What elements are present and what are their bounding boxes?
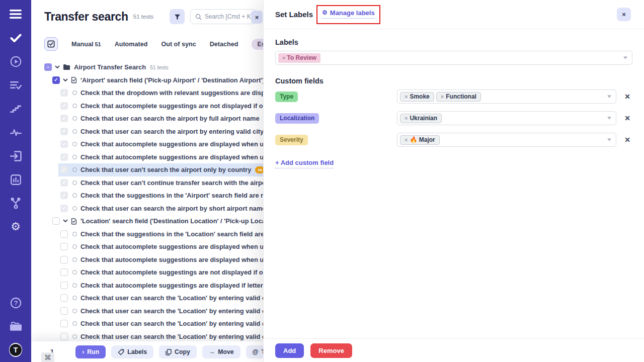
test-case-row[interactable]: ✓Check that autocomplete suggestings are…	[31, 100, 263, 113]
test-case-row[interactable]: ✓Check that user can search the airport …	[31, 125, 263, 138]
row-checkbox[interactable]	[52, 217, 60, 225]
status-circle-icon	[72, 104, 77, 108]
row-checkbox[interactable]: ✓	[60, 153, 68, 161]
custom-fields-list: Type×Smoke×Functional✕Localization×Ukrai…	[275, 89, 632, 147]
move-button[interactable]: →Move	[202, 345, 240, 358]
test-case-row[interactable]: Check that user can search the 'Location…	[31, 305, 263, 318]
help-icon[interactable]: ?	[9, 297, 22, 309]
filter-button[interactable]	[170, 9, 185, 24]
clear-search-button[interactable]: ×	[251, 11, 263, 24]
test-case-row[interactable]: ✓Check that user can search the airport …	[31, 202, 263, 215]
row-checkbox[interactable]: ✓	[60, 128, 68, 135]
run-button[interactable]: ›Run	[75, 345, 106, 358]
tab-automated[interactable]: Automated	[115, 41, 148, 48]
close-panel-button[interactable]: ×	[617, 8, 631, 21]
test-case-row[interactable]: ✓Check that user can't search the airpor…	[31, 163, 263, 176]
row-checkbox[interactable]	[60, 307, 68, 315]
row-checkbox[interactable]	[60, 268, 68, 276]
test-case-row[interactable]: ✓Check that autocomplete suggestions are…	[31, 138, 263, 151]
labels-button[interactable]: Labels	[111, 345, 153, 358]
import-icon[interactable]	[9, 150, 22, 162]
add-custom-field-link[interactable]: + Add custom field	[275, 159, 334, 168]
projects-icon[interactable]	[9, 320, 22, 332]
row-checkbox[interactable]: ✓	[60, 115, 68, 122]
row-checkbox[interactable]: ✓	[60, 89, 68, 97]
add-button[interactable]: Add	[275, 343, 304, 358]
activity-icon[interactable]	[9, 126, 22, 138]
avatar: T	[9, 343, 22, 357]
remove-field-button[interactable]: ✕	[623, 114, 632, 122]
test-plans-icon[interactable]	[9, 79, 22, 91]
search-input[interactable]	[205, 13, 255, 20]
reports-icon[interactable]	[9, 173, 22, 186]
folder-row[interactable]: –Airport Transfer Search51 tests	[31, 61, 263, 74]
test-case-row[interactable]: ✓Check that user can search the airport …	[31, 112, 263, 125]
field-value-tag[interactable]: ×Ukrainian	[400, 114, 442, 123]
chevron-down-icon[interactable]	[63, 219, 68, 223]
row-checkbox[interactable]	[60, 294, 68, 302]
field-value-select[interactable]: ×🔥 Major	[397, 133, 616, 147]
test-case-row[interactable]: ✓Check that the dropdown with relevant s…	[31, 86, 263, 100]
field-value-tag[interactable]: ×🔥 Major	[400, 135, 440, 145]
remove-field-button[interactable]: ✕	[623, 93, 632, 101]
chevron-down-icon[interactable]	[63, 78, 68, 82]
test-case-row[interactable]: Check that the suggestions in the 'Locat…	[31, 228, 263, 241]
tab-manual[interactable]: Manual51	[71, 41, 101, 48]
select-all-checkbox[interactable]	[44, 37, 58, 51]
search-icon	[195, 14, 202, 20]
tab-detached[interactable]: Detached	[210, 41, 238, 48]
manage-labels-link[interactable]: ⚙ Manage labels	[322, 9, 375, 19]
settings-icon[interactable]: ⚙	[9, 221, 22, 233]
test-case-row[interactable]: Check that autocomplete suggestings are …	[31, 279, 263, 292]
test-case-row[interactable]: Check that user can search the 'Location…	[31, 317, 263, 330]
tags-button[interactable]: @Tags	[246, 345, 263, 358]
row-checkbox[interactable]	[60, 282, 68, 289]
suite-row[interactable]: ✓'Airport' search field ('Pick-up Airpor…	[31, 74, 263, 87]
chevron-down-icon[interactable]	[55, 65, 60, 69]
test-case-row[interactable]: Check that autocomplete suggestions are …	[31, 253, 263, 266]
test-case-row[interactable]: ✓Check that the suggestions in the 'Airp…	[31, 189, 263, 202]
copy-button[interactable]: Copy	[159, 345, 197, 358]
row-checkbox[interactable]: –	[44, 63, 52, 71]
test-case-row[interactable]: ✓Check that user can't continue transfer…	[31, 176, 263, 190]
row-title: Check that the suggestions in the 'Airpo…	[80, 192, 263, 199]
test-case-row[interactable]: Check that autocomplete suggestings are …	[31, 266, 263, 279]
row-checkbox[interactable]	[60, 230, 68, 238]
status-circle-icon	[72, 309, 77, 313]
field-value-select[interactable]: ×Smoke×Functional	[397, 89, 616, 104]
tab-estimate[interactable]: Estimate	[252, 39, 263, 50]
integrations-icon[interactable]	[9, 197, 22, 209]
row-checkbox[interactable]	[60, 256, 68, 263]
suite-row[interactable]: 'Location' search field ('Destination Lo…	[31, 215, 263, 228]
row-checkbox[interactable]: ✓	[60, 140, 68, 148]
row-checkbox[interactable]: ✓	[60, 192, 68, 199]
row-checkbox[interactable]: ✓	[60, 166, 68, 173]
test-case-row[interactable]: ✓Check that autocomplete suggestions are…	[31, 151, 263, 164]
row-checkbox[interactable]: ✓	[52, 76, 60, 84]
status-circle-icon	[72, 90, 77, 95]
row-title: Check that the dropdown with relevant su…	[80, 89, 263, 97]
remove-field-button[interactable]: ✕	[623, 136, 632, 144]
remove-button[interactable]: Remove	[310, 343, 352, 358]
row-checkbox[interactable]: ✓	[60, 205, 68, 212]
field-value-tag[interactable]: ×Functional	[436, 92, 481, 102]
test-runs-icon[interactable]	[9, 55, 22, 67]
test-case-row[interactable]: Check that autocomplete suggestions are …	[31, 240, 263, 253]
search-box[interactable]	[190, 9, 257, 24]
row-checkbox[interactable]: ✓	[60, 179, 68, 187]
field-value-tag[interactable]: ×Smoke	[400, 92, 434, 102]
row-checkbox[interactable]	[60, 333, 68, 340]
row-checkbox[interactable]	[60, 320, 68, 327]
row-checkbox[interactable]: ✓	[60, 102, 68, 110]
tests-icon[interactable]	[9, 32, 22, 44]
tab-out-of-sync[interactable]: Out of sync	[161, 41, 196, 48]
app-root: ⚙?T Transfer search 51 tests ×	[0, 0, 644, 362]
menu-icon[interactable]	[9, 8, 22, 20]
label-tag[interactable]: To Review	[278, 53, 320, 63]
shared-steps-icon[interactable]	[9, 103, 22, 115]
test-case-row[interactable]: Check that user can search the 'Location…	[31, 292, 263, 305]
row-checkbox[interactable]	[60, 243, 68, 250]
labels-select[interactable]: To Review	[275, 51, 632, 65]
field-value-select[interactable]: ×Ukrainian	[397, 111, 616, 125]
user-avatar[interactable]: T	[9, 344, 22, 356]
